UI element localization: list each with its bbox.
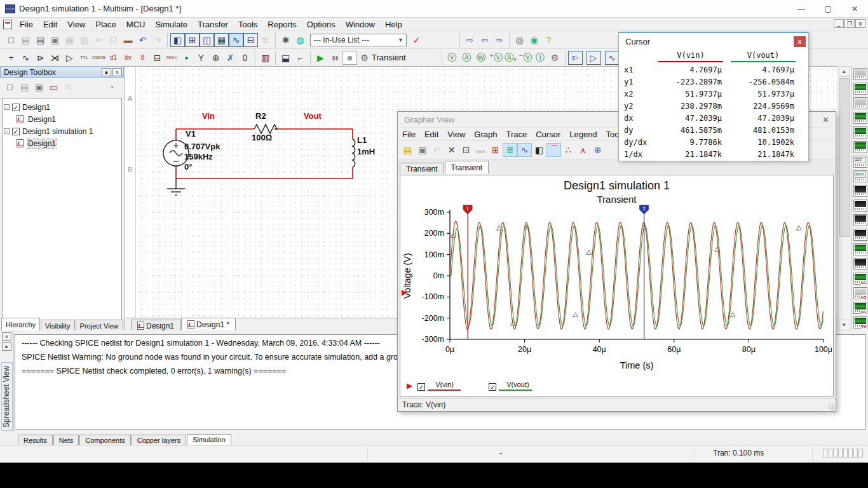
menu-reports[interactable]: Reports (262, 18, 302, 30)
place-digital-icon[interactable]: d1 (106, 51, 121, 65)
r2-value-label[interactable]: 100Ω (252, 133, 272, 142)
back-annotate-icon[interactable]: ⇦ (477, 33, 492, 47)
place-bus-icon[interactable]: ⌐ (293, 51, 308, 65)
analysis-amplifier-icon[interactable]: ▷ (587, 51, 601, 65)
toggle-design-toolbox-icon[interactable]: ◧ (170, 33, 185, 47)
menu-simulate[interactable]: Simulate (150, 18, 193, 30)
net-label-vout[interactable]: Vout (304, 111, 322, 121)
function-generator-icon[interactable] (853, 83, 867, 95)
dtb-new-icon[interactable]: □ (3, 80, 17, 94)
probe-voltage-current-icon[interactable]: Ⓐᵥ (503, 51, 518, 65)
menu-options[interactable]: Options (302, 18, 341, 30)
grapher-undo-icon[interactable]: ↶ (430, 143, 444, 157)
place-misc-icon[interactable]: ⊟ (150, 51, 165, 65)
place-ni-component-icon[interactable]: ✗ (223, 51, 238, 65)
menu-help[interactable]: Help (380, 18, 407, 30)
menu-edit[interactable]: Edit (38, 18, 62, 30)
place-advanced-peripherals-icon[interactable]: ▪ (179, 51, 194, 65)
place-transistor-icon[interactable]: ⋊ (48, 51, 62, 65)
ground-symbol[interactable] (167, 179, 185, 195)
resistor-symbol[interactable] (254, 125, 277, 133)
canvas-vertical-scrollbar[interactable]: ▲ ▼ (837, 66, 850, 330)
grapher-copy-icon[interactable]: ⊡ (459, 143, 473, 157)
menu-view[interactable]: View (62, 18, 90, 30)
grapher-point-line-icon[interactable]: ⋏ (576, 143, 590, 157)
v1-phase-label[interactable]: 0° (184, 162, 192, 172)
close-icon[interactable]: ✕ (841, 0, 868, 18)
place-hierarchical-block-icon[interactable]: ⬓ (278, 51, 293, 65)
checkbox-checked-icon[interactable]: ✓ (417, 383, 425, 391)
place-power-icon[interactable]: 8 (135, 51, 150, 65)
grapher-menu-view[interactable]: View (443, 129, 470, 140)
place-electromechanical-icon[interactable]: ⊕ (208, 51, 223, 65)
multimeter-icon[interactable] (853, 68, 867, 80)
grapher-overlay-icon[interactable]: ◧ (532, 143, 546, 157)
place-ttl-icon[interactable]: TTL (77, 51, 92, 65)
l1-value-label[interactable]: 1mH (357, 147, 375, 156)
probe-voltage-icon[interactable]: Ⓥ (445, 51, 459, 65)
undo-icon[interactable]: ↶ (135, 33, 150, 47)
spreadsheet-close-icon[interactable]: x (2, 332, 11, 341)
stop-simulation-icon[interactable]: ■ (342, 51, 357, 65)
v1-frequency-label[interactable]: 159kHz (184, 152, 213, 161)
menu-place[interactable]: Place (90, 18, 121, 30)
grapher-tab-transient[interactable]: Transient (400, 163, 444, 174)
tree-item-design1-root[interactable]: − ✓ Design1 (4, 101, 120, 113)
erc-check-icon[interactable]: ✓ (409, 33, 424, 47)
panel-close-icon[interactable]: x (112, 68, 122, 76)
dtb-tab-hierarchy[interactable]: Hierarchy (1, 318, 40, 330)
place-mcu-icon[interactable]: ▥ (258, 51, 273, 65)
inductor-symbol[interactable] (353, 139, 355, 167)
spectrum-analyzer-icon[interactable] (853, 243, 867, 255)
toggle-simulate-switch-icon[interactable]: ⊟ (243, 33, 258, 47)
grapher-legend-icon[interactable]: ≣ (503, 143, 517, 157)
run-simulation-icon[interactable]: ▶ (313, 51, 328, 65)
dtb-rename-icon[interactable]: ▭ (46, 80, 61, 94)
scrollbar-thumb[interactable] (839, 78, 850, 237)
oscilloscope-icon[interactable] (853, 112, 867, 124)
place-analog-icon[interactable]: ▷ (62, 51, 77, 65)
open-icon[interactable]: ▤ (18, 33, 33, 47)
analysis-more-icon[interactable]: ∿ (605, 51, 620, 65)
scroll-down-icon[interactable]: ▼ (839, 320, 850, 330)
probe-digital-icon[interactable]: Ⓘ (533, 51, 548, 65)
sheet-tab-design1-[interactable]: Design1 * (181, 318, 236, 330)
four-channel-oscilloscope-icon[interactable] (853, 126, 867, 139)
cursor-panel-title-bar[interactable]: Cursor x (619, 33, 808, 48)
probe-settings-icon[interactable]: ⚙ (548, 51, 562, 65)
place-indicator-icon[interactable]: ôv (121, 51, 135, 65)
toggle-spreadsheet-view-icon[interactable]: ⊞ (185, 33, 200, 47)
probe-voltage-ref-icon[interactable]: ⁺Ⓥ (489, 51, 503, 65)
grapher-menu-edit[interactable]: Edit (420, 129, 443, 140)
checkbox-checked-icon[interactable]: ✓ (489, 383, 496, 391)
spreadsheet-tab-copper-layers[interactable]: Copper layers (132, 435, 186, 445)
grapher-open-icon[interactable]: ▤ (400, 143, 415, 157)
panel-pin-icon[interactable]: ▲ (102, 68, 111, 76)
menu-window[interactable]: Window (341, 18, 380, 30)
copy-icon[interactable]: ⊡ (106, 33, 121, 47)
view-3d-icon[interactable]: 3▷ (568, 51, 583, 65)
place-cmos-icon[interactable]: CMOS (92, 51, 106, 65)
maximize-icon[interactable]: ▢ (815, 0, 841, 18)
in-use-list-dropdown[interactable]: --- In-Use List --- ▼ (310, 34, 407, 46)
logic-analyzer-icon[interactable] (853, 200, 867, 212)
grapher-menu-trace[interactable]: Trace (501, 129, 531, 140)
place-misc-label-icon[interactable]: MISC (165, 51, 179, 65)
grapher-menu-graph[interactable]: Graph (470, 129, 501, 140)
grapher-save-icon[interactable]: ▣ (415, 143, 430, 157)
collapse-icon[interactable]: − (4, 104, 10, 110)
place-diode-icon[interactable]: ⊳ (33, 51, 48, 65)
cut-icon[interactable]: ✂ (92, 33, 106, 47)
agilent-function-generator-icon[interactable]: AG (853, 273, 867, 285)
menu-mcu[interactable]: MCU (121, 18, 151, 30)
r2-ref-label[interactable]: R2 (255, 111, 266, 121)
word-generator-icon[interactable]: 1010 (853, 170, 867, 182)
grapher-paste-icon[interactable]: ▬ (473, 143, 488, 157)
cursor-panel-close-icon[interactable]: x (794, 36, 806, 47)
grapher-curve-icon[interactable]: ⌒ (546, 143, 561, 157)
forward-annotate-icon[interactable]: ⇨ (463, 33, 477, 47)
spreadsheet-expand-icon[interactable]: ▸ (2, 342, 11, 351)
network-analyzer-icon[interactable] (853, 258, 867, 270)
tree-item-design1-sheet[interactable]: Design1 (4, 113, 120, 125)
dtb-save-icon[interactable]: ▣ (32, 80, 46, 94)
